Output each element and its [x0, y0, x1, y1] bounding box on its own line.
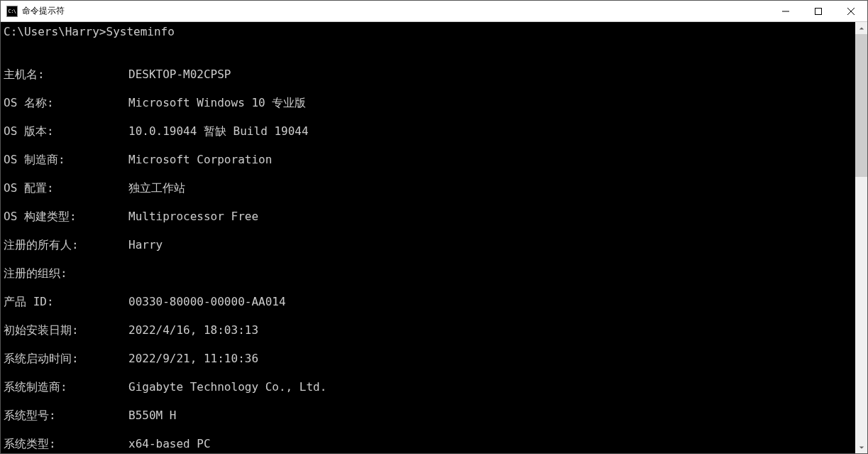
- label: 系统型号:: [4, 409, 128, 423]
- titlebar[interactable]: 命令提示符: [1, 1, 867, 22]
- value: 00330-80000-00000-AA014: [128, 295, 286, 309]
- value: Microsoft Corporation: [128, 153, 272, 167]
- svg-rect-0: [815, 8, 822, 14]
- chevron-up-icon: [859, 26, 864, 31]
- label: 初始安装日期:: [4, 323, 128, 337]
- cmd-icon: [6, 6, 18, 17]
- label: 产品 ID:: [4, 295, 128, 309]
- label: 系统启动时间:: [4, 352, 128, 366]
- value: x64-based PC: [128, 437, 211, 451]
- scroll-up-button[interactable]: [855, 22, 867, 34]
- window-title: 命令提示符: [22, 5, 769, 17]
- minimize-icon: [782, 8, 789, 15]
- terminal-output[interactable]: C:\Users\Harry>Systeminfo 主机名:DESKTOP-M0…: [1, 22, 855, 453]
- label: OS 名称:: [4, 96, 128, 110]
- label: OS 制造商:: [4, 153, 128, 167]
- chevron-down-icon: [859, 445, 864, 450]
- value: Gigabyte Technology Co., Ltd.: [128, 380, 326, 394]
- minimize-button[interactable]: [769, 1, 802, 21]
- value: 10.0.19044 暂缺 Build 19044: [128, 124, 309, 139]
- close-button[interactable]: [835, 1, 867, 21]
- maximize-button[interactable]: [802, 1, 835, 21]
- label: 注册的所有人:: [4, 238, 128, 252]
- label: OS 构建类型:: [4, 210, 128, 224]
- window-controls: [769, 1, 867, 21]
- scrollbar-thumb[interactable]: [855, 34, 867, 177]
- value: Multiprocessor Free: [128, 210, 258, 224]
- value: Microsoft Windows 10 专业版: [128, 96, 306, 110]
- close-icon: [847, 8, 855, 15]
- command-prompt-window: 命令提示符 C:\Users\Harry>Systeminfo 主机名:DESK…: [0, 0, 868, 454]
- prompt-path: C:\Users\Harry>: [4, 25, 106, 39]
- scroll-down-button[interactable]: [855, 441, 867, 453]
- value: Harry: [128, 238, 163, 252]
- label: 系统制造商:: [4, 380, 128, 394]
- value: 2022/4/16, 18:03:13: [128, 323, 258, 337]
- value: DESKTOP-M02CPSP: [128, 67, 231, 82]
- maximize-icon: [815, 8, 822, 15]
- scrollbar-track[interactable]: [855, 34, 867, 441]
- value: 独立工作站: [128, 181, 185, 195]
- terminal-area: C:\Users\Harry>Systeminfo 主机名:DESKTOP-M0…: [1, 22, 867, 453]
- value: B550M H: [128, 409, 176, 423]
- prompt-command: Systeminfo: [106, 25, 175, 39]
- label: 主机名:: [4, 67, 128, 82]
- label: 注册的组织:: [4, 266, 128, 281]
- vertical-scrollbar[interactable]: [855, 22, 867, 453]
- label: OS 配置:: [4, 181, 128, 195]
- value: 2022/9/21, 11:10:36: [128, 352, 258, 366]
- label: 系统类型:: [4, 437, 128, 451]
- label: OS 版本:: [4, 124, 128, 139]
